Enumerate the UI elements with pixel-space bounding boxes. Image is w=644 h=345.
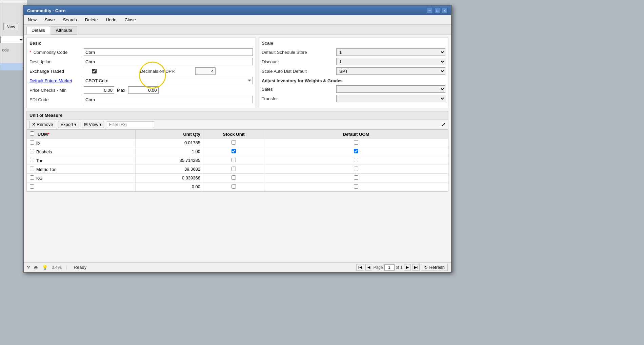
commodity-code-label: * Commodity Code <box>29 50 84 55</box>
globe-icon[interactable]: ⊕ <box>34 265 38 270</box>
unit-qty-value: 1.00 <box>136 147 203 156</box>
stock-unit-checkbox[interactable] <box>232 158 236 162</box>
unit-qty-value: 0.00 <box>136 182 203 191</box>
maximize-button[interactable]: □ <box>434 8 440 13</box>
description-input[interactable] <box>84 58 253 65</box>
sales-select[interactable] <box>336 85 445 93</box>
close-button[interactable]: ✕ <box>442 8 448 13</box>
menu-search[interactable]: Search <box>62 17 78 23</box>
sales-label: Sales <box>262 87 336 92</box>
menu-undo[interactable]: Undo <box>104 17 118 23</box>
default-uom-cell <box>264 147 448 156</box>
page-number-input[interactable] <box>384 264 395 271</box>
scale-section-title: Scale <box>262 41 445 46</box>
row-checkbox[interactable] <box>30 175 34 180</box>
stock-unit-cell <box>203 182 264 191</box>
decimals-dpr-input[interactable] <box>195 67 216 75</box>
adjust-inventory-title: Adjust Inventory for Weights & Grades <box>262 78 445 83</box>
default-uom-checkbox[interactable] <box>354 167 358 171</box>
price-min-input[interactable] <box>84 86 114 94</box>
content-area: Basic * Commodity Code Description <box>24 35 451 262</box>
default-uom-checkbox[interactable] <box>354 158 358 162</box>
bg-new-button[interactable]: New <box>3 23 18 30</box>
view-button[interactable]: ⊞ View ▾ <box>82 121 104 128</box>
default-uom-checkbox[interactable] <box>354 184 358 189</box>
default-schedule-store-select[interactable]: 1 <box>336 48 445 56</box>
page-label: Page <box>374 265 383 270</box>
default-uom-checkbox[interactable] <box>354 175 358 180</box>
stock-unit-checkbox[interactable] <box>232 140 236 145</box>
page-prev-button[interactable]: ◀ <box>365 264 372 271</box>
edi-code-input[interactable] <box>84 96 253 103</box>
discount-select[interactable]: 1 <box>336 58 445 65</box>
price-checks-label: Price Checks - Min <box>29 88 84 93</box>
exchange-traded-checkbox[interactable] <box>92 69 97 73</box>
menu-delete[interactable]: Delete <box>84 17 99 23</box>
row-checkbox[interactable] <box>30 158 34 162</box>
commodity-code-input[interactable] <box>84 48 253 56</box>
pagination: |◀ ◀ Page of 1 ▶ ▶| ↻ Refresh <box>356 264 448 271</box>
bulb-icon[interactable]: 💡 <box>42 265 48 270</box>
desktop: New New ode Commodity - Corn ─ □ ✕ New S… <box>0 0 644 345</box>
default-future-market-link[interactable]: Default Future Market <box>29 78 84 83</box>
scale-auto-dist-select[interactable]: SPT <box>336 67 445 75</box>
bg-code-select[interactable] <box>0 36 24 43</box>
sales-wrapper <box>336 85 445 93</box>
transfer-select[interactable] <box>336 95 445 102</box>
table-row: KG0.039368 <box>27 174 448 182</box>
menu-close[interactable]: Close <box>123 17 137 23</box>
table-row: 0.00 <box>27 182 448 191</box>
default-future-market-select[interactable]: CBOT Corn <box>84 77 253 84</box>
stock-unit-checkbox[interactable] <box>232 175 236 180</box>
remove-button[interactable]: ✕ Remove <box>29 121 55 128</box>
discount-wrapper: 1 <box>336 58 445 65</box>
stock-unit-cell <box>203 165 264 174</box>
modal-window: Commodity - Corn ─ □ ✕ New Save Search D… <box>23 5 452 273</box>
default-future-market-row: Default Future Market CBOT Corn <box>29 77 253 84</box>
refresh-icon: ↻ <box>424 265 428 270</box>
default-uom-cell <box>264 156 448 165</box>
row-checkbox[interactable] <box>30 184 34 189</box>
page-first-button[interactable]: |◀ <box>356 264 364 271</box>
col-header-unit-qty: Unit Qty <box>136 130 203 138</box>
row-checkbox[interactable] <box>30 140 34 145</box>
stock-unit-checkbox[interactable] <box>232 184 236 189</box>
tab-attribute[interactable]: Attribute <box>51 26 77 35</box>
required-star: * <box>29 50 31 55</box>
menu-new[interactable]: New <box>26 17 38 23</box>
remove-icon: ✕ <box>32 122 36 127</box>
description-row: Description <box>29 58 253 65</box>
menu-save[interactable]: Save <box>43 17 56 23</box>
stock-unit-checkbox[interactable] <box>232 167 236 171</box>
tab-details[interactable]: Details <box>26 26 50 35</box>
price-max-input[interactable] <box>128 86 159 94</box>
help-icon[interactable]: ? <box>27 265 30 270</box>
export-button[interactable]: Export ▾ <box>58 121 79 128</box>
default-uom-cell <box>264 165 448 174</box>
exchange-traded-label: Exchange Traded <box>29 69 84 74</box>
page-next-button[interactable]: ▶ <box>404 264 411 271</box>
unit-qty-value: 35.714285 <box>136 156 203 165</box>
stock-unit-checkbox[interactable] <box>232 149 236 153</box>
default-uom-checkbox[interactable] <box>354 140 358 145</box>
row-checkbox[interactable] <box>30 149 34 153</box>
scale-auto-dist-label: Scale Auto Dist Default <box>262 69 336 74</box>
page-last-button[interactable]: ▶| <box>412 264 420 271</box>
title-bar-controls: ─ □ ✕ <box>427 8 448 13</box>
price-checks-row: Price Checks - Min Max <box>29 86 253 94</box>
uom-select-all-checkbox[interactable] <box>30 131 34 136</box>
basic-section-title: Basic <box>29 41 253 46</box>
transfer-wrapper <box>336 95 445 102</box>
discount-row: Discount 1 <box>262 58 445 65</box>
uom-value: lb <box>36 141 40 146</box>
minimize-button[interactable]: ─ <box>427 8 433 13</box>
refresh-button[interactable]: ↻ Refresh <box>421 264 448 271</box>
filter-input[interactable] <box>107 121 154 128</box>
unit-qty-value: 39.3682 <box>136 165 203 174</box>
scale-auto-dist-row: Scale Auto Dist Default SPT <box>262 67 445 75</box>
row-checkbox[interactable] <box>30 167 34 171</box>
expand-button[interactable]: ⤢ <box>441 121 445 128</box>
table-row: lb0.01785 <box>27 138 448 147</box>
default-uom-checkbox[interactable] <box>354 149 358 153</box>
uom-table: UOM* Unit Qty Stock Unit Default UOM lb0… <box>27 130 448 191</box>
